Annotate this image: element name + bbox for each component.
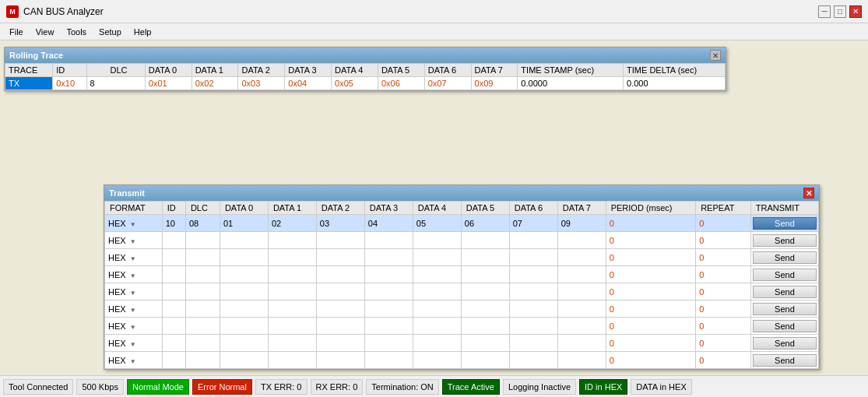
- tx-d7-cell[interactable]: [557, 335, 606, 352]
- tx-dlc-cell[interactable]: [185, 352, 220, 369]
- tx-id-cell[interactable]: [162, 318, 185, 335]
- tx-d4-cell[interactable]: [413, 283, 461, 300]
- tx-d7-cell[interactable]: [557, 283, 606, 300]
- tx-dlc-cell[interactable]: [185, 335, 220, 352]
- tx-d3-cell[interactable]: [364, 300, 413, 318]
- tx-period-cell[interactable]: 0: [606, 266, 696, 283]
- tx-d0-cell[interactable]: [220, 318, 268, 335]
- tx-d3-cell[interactable]: [364, 249, 413, 266]
- tx-d3-cell[interactable]: [364, 266, 413, 283]
- tx-d5-cell[interactable]: [461, 352, 509, 369]
- send-button[interactable]: Send: [753, 251, 817, 264]
- tx-d4-cell[interactable]: [413, 300, 461, 318]
- tx-d7-cell[interactable]: [557, 352, 606, 369]
- tx-d2-cell[interactable]: [316, 232, 364, 249]
- format-dropdown-arrow[interactable]: ▼: [130, 307, 136, 314]
- tx-d0-cell[interactable]: [220, 249, 268, 266]
- tx-period-cell[interactable]: 0: [606, 300, 696, 318]
- tx-d7-cell[interactable]: 09: [557, 215, 606, 232]
- menu-setup[interactable]: Setup: [93, 26, 128, 38]
- tx-repeat-cell[interactable]: 0: [696, 335, 751, 352]
- rolling-trace-close-button[interactable]: ✕: [710, 50, 721, 61]
- tx-d5-cell[interactable]: [461, 335, 509, 352]
- tx-repeat-cell[interactable]: 0: [696, 266, 751, 283]
- tx-d6-cell[interactable]: [509, 352, 557, 369]
- tx-id-cell[interactable]: [162, 352, 185, 369]
- menu-help[interactable]: Help: [128, 26, 158, 38]
- tx-d6-cell[interactable]: 07: [509, 215, 557, 232]
- tx-d6-cell[interactable]: [509, 266, 557, 283]
- minimize-button[interactable]: ─: [818, 5, 831, 18]
- tx-d1-cell[interactable]: [268, 300, 316, 318]
- tx-dlc-cell[interactable]: 08: [185, 215, 220, 232]
- tx-d5-cell[interactable]: 06: [461, 215, 509, 232]
- tx-d3-cell[interactable]: [364, 352, 413, 369]
- tx-period-cell[interactable]: 0: [606, 318, 696, 335]
- tx-repeat-cell[interactable]: 0: [696, 232, 751, 249]
- tx-d6-cell[interactable]: [509, 283, 557, 300]
- tx-d3-cell[interactable]: [364, 318, 413, 335]
- tx-d2-cell[interactable]: [316, 318, 364, 335]
- tx-d0-cell[interactable]: [220, 266, 268, 283]
- tx-d4-cell[interactable]: [413, 249, 461, 266]
- tx-d1-cell[interactable]: [268, 266, 316, 283]
- tx-dlc-cell[interactable]: [185, 318, 220, 335]
- tx-id-cell[interactable]: [162, 249, 185, 266]
- tx-dlc-cell[interactable]: [185, 232, 220, 249]
- send-button[interactable]: Send: [753, 337, 817, 350]
- tx-d4-cell[interactable]: [413, 352, 461, 369]
- tx-d1-cell[interactable]: [268, 318, 316, 335]
- tx-d0-cell[interactable]: 01: [220, 215, 268, 232]
- send-button[interactable]: Send: [753, 354, 817, 367]
- send-button[interactable]: Send: [753, 217, 817, 230]
- send-button[interactable]: Send: [753, 303, 817, 315]
- tx-d3-cell[interactable]: [364, 232, 413, 249]
- tx-period-cell[interactable]: 0: [606, 232, 696, 249]
- tx-period-cell[interactable]: 0: [606, 335, 696, 352]
- close-button[interactable]: ✕: [849, 5, 862, 18]
- tx-d4-cell[interactable]: [413, 266, 461, 283]
- tx-dlc-cell[interactable]: [185, 249, 220, 266]
- tx-d6-cell[interactable]: [509, 249, 557, 266]
- tx-d2-cell[interactable]: [316, 249, 364, 266]
- tx-d4-cell[interactable]: [413, 318, 461, 335]
- tx-d7-cell[interactable]: [557, 232, 606, 249]
- tx-d0-cell[interactable]: [220, 232, 268, 249]
- tx-dlc-cell[interactable]: [185, 300, 220, 318]
- tx-d6-cell[interactable]: [509, 232, 557, 249]
- tx-d2-cell[interactable]: [316, 266, 364, 283]
- tx-id-cell[interactable]: [162, 335, 185, 352]
- tx-d0-cell[interactable]: [220, 300, 268, 318]
- tx-repeat-cell[interactable]: 0: [696, 318, 751, 335]
- tx-d1-cell[interactable]: [268, 352, 316, 369]
- tx-d0-cell[interactable]: [220, 335, 268, 352]
- tx-d6-cell[interactable]: [509, 335, 557, 352]
- tx-d3-cell[interactable]: [364, 335, 413, 352]
- tx-d2-cell[interactable]: [316, 300, 364, 318]
- format-dropdown-arrow[interactable]: ▼: [130, 324, 136, 331]
- tx-d5-cell[interactable]: [461, 318, 509, 335]
- tx-d2-cell[interactable]: [316, 283, 364, 300]
- menu-tools[interactable]: Tools: [60, 26, 93, 38]
- format-dropdown-arrow[interactable]: ▼: [130, 290, 136, 297]
- format-dropdown-arrow[interactable]: ▼: [130, 255, 136, 262]
- tx-d5-cell[interactable]: [461, 266, 509, 283]
- format-dropdown-arrow[interactable]: ▼: [130, 272, 136, 279]
- tx-repeat-cell[interactable]: 0: [696, 215, 751, 232]
- format-dropdown-arrow[interactable]: ▼: [130, 358, 136, 365]
- send-button[interactable]: Send: [753, 234, 817, 247]
- tx-dlc-cell[interactable]: [185, 283, 220, 300]
- tx-d1-cell[interactable]: [268, 232, 316, 249]
- tx-repeat-cell[interactable]: 0: [696, 283, 751, 300]
- menu-file[interactable]: File: [3, 26, 30, 38]
- tx-d4-cell[interactable]: [413, 335, 461, 352]
- tx-id-cell[interactable]: [162, 232, 185, 249]
- tx-d7-cell[interactable]: [557, 300, 606, 318]
- send-button[interactable]: Send: [753, 269, 817, 281]
- tx-period-cell[interactable]: 0: [606, 215, 696, 232]
- tx-d7-cell[interactable]: [557, 318, 606, 335]
- tx-id-cell[interactable]: [162, 283, 185, 300]
- tx-d2-cell[interactable]: [316, 352, 364, 369]
- tx-id-cell[interactable]: [162, 300, 185, 318]
- tx-d3-cell[interactable]: [364, 283, 413, 300]
